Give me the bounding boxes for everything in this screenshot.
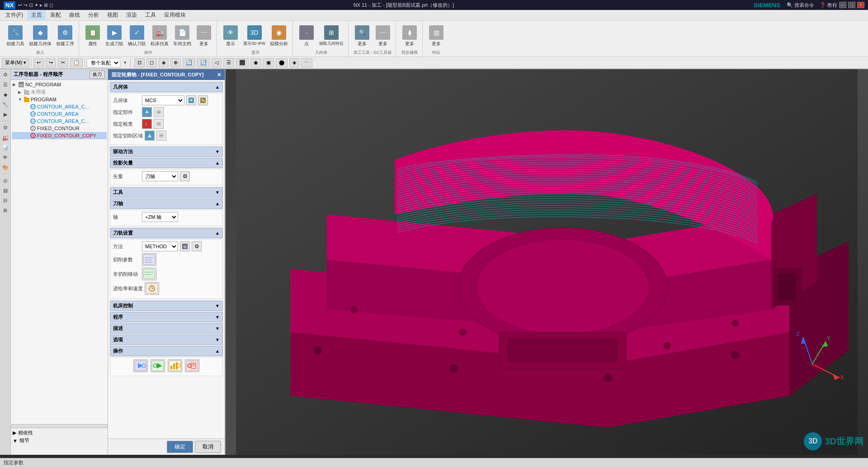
non-cut-btn[interactable]	[142, 268, 156, 280]
specify-cut-btn2[interactable]	[156, 131, 166, 141]
sidebar-geom-icon[interactable]: ◆	[1, 90, 10, 99]
gc-search-btn[interactable]: 🔍 更多	[352, 24, 372, 48]
menu-dropdown-btn[interactable]: 菜单(M) ▾	[2, 58, 29, 67]
menu-analysis[interactable]: 分析	[85, 10, 103, 20]
section-geometry-header[interactable]: 几何体 ▲	[110, 82, 223, 92]
menu-view[interactable]: 视图	[104, 10, 122, 20]
gc-more-btn[interactable]: ⋯ 更多	[373, 24, 393, 48]
sidebar-nav-icon[interactable]: ☰	[1, 80, 10, 89]
display-btn[interactable]: 👁 显示	[221, 24, 241, 48]
sec-icon-14[interactable]: ⋯	[301, 58, 312, 67]
help-btn[interactable]: ❓ 教程	[820, 2, 837, 9]
maximize-btn[interactable]: □	[848, 2, 855, 8]
cut-btn[interactable]: ✂	[58, 58, 68, 67]
quick-access[interactable]: ↩ ↪ ⊡ ✦ ▸ ⊞ ◻	[18, 2, 53, 8]
sec-icon-10[interactable]: ◉	[250, 58, 261, 67]
geometry-select[interactable]: MCS WORKPIECE	[142, 95, 184, 105]
menu-assembly[interactable]: 装配	[47, 10, 65, 20]
section-tool-header[interactable]: 工具 ▼	[110, 187, 223, 198]
specify-part-btn1[interactable]	[142, 107, 152, 117]
sec-icon-3[interactable]: ◈	[159, 58, 169, 67]
sidebar-op-icon[interactable]: ⚙	[1, 123, 10, 132]
dependency-row[interactable]: ▶ 相依性	[13, 429, 106, 437]
op-verify-btn[interactable]	[151, 359, 165, 372]
point-btn[interactable]: · 点	[297, 24, 316, 48]
tree-node-contour3[interactable]: CONTOUR_AREA_C...	[12, 118, 107, 125]
dialog-close-btn[interactable]: ×	[217, 71, 221, 78]
filter-dropdown[interactable]: 整个装配	[87, 58, 120, 67]
shop-doc-btn[interactable]: 📄 车间文档	[171, 24, 193, 48]
sec-icon-7[interactable]: ◁	[212, 58, 222, 67]
detail-row[interactable]: ▼ 细节	[13, 437, 106, 444]
sync-more-btn[interactable]: ⧫ 更多	[400, 24, 420, 48]
sec-icon-2[interactable]: ◻	[146, 58, 157, 67]
expand-program[interactable]: ▼	[18, 97, 23, 102]
create-tool-btn[interactable]: 🔧 创建刀具	[5, 24, 26, 48]
tree-node-contour1[interactable]: CONTOUR_AREA_C...	[12, 103, 107, 110]
expand-detail[interactable]: ▼	[13, 438, 18, 443]
extract-geom-btn[interactable]: ⊞ 抽取几何特征	[317, 24, 345, 47]
section-proj-header[interactable]: 投影矢量 ▲	[110, 158, 223, 168]
specify-cut-btn1[interactable]	[145, 131, 155, 141]
tree-node-contour2[interactable]: CONTOUR_AREA	[12, 110, 107, 118]
section-operation-header[interactable]: 操作 ▲	[110, 346, 223, 356]
create-geom-btn[interactable]: ◆ 创建几何体	[27, 24, 53, 48]
sidebar-settings-icon[interactable]: ⚙	[1, 70, 10, 79]
op-gen-btn[interactable]	[133, 359, 148, 372]
section-axis-header[interactable]: 刀轴 ▲	[110, 198, 223, 209]
verify-btn[interactable]: ✓ 确认刀轨	[126, 24, 148, 48]
sec-icon-8[interactable]: ☰	[223, 58, 234, 67]
section-toolpath-header[interactable]: 刀轨设置 ▲	[110, 228, 223, 238]
menu-file[interactable]: 文件(F)	[2, 10, 27, 20]
sidebar-color-icon[interactable]: 🎨	[1, 163, 10, 172]
sidebar-filter-icon[interactable]: ⊟	[1, 196, 10, 205]
nav-scrollbar[interactable]	[11, 424, 108, 428]
sidebar-view-icon[interactable]: 👁	[1, 153, 10, 162]
method-icon-btn[interactable]: ⚙	[180, 241, 190, 251]
sidebar-layer-icon[interactable]: ▤	[1, 186, 10, 195]
method-settings-btn[interactable]: ⚙	[192, 241, 202, 251]
op-sim-btn[interactable]	[185, 359, 199, 372]
sidebar-tool-icon[interactable]: 🔧	[1, 100, 10, 109]
mold-analysis-btn[interactable]: ◉ 拟模分析	[268, 24, 290, 48]
menu-tools[interactable]: 工具	[142, 10, 160, 20]
ok-btn[interactable]: 确定	[167, 441, 193, 453]
sec-icon-11[interactable]: ▣	[263, 58, 274, 67]
specify-check-btn2[interactable]	[154, 119, 164, 129]
create-op-btn[interactable]: ⚙ 创建工序	[54, 24, 76, 48]
sec-icon-4[interactable]: ⊕	[170, 58, 181, 67]
section-drive-header[interactable]: 驱动方法 ▼	[110, 146, 223, 157]
specify-part-btn2[interactable]	[154, 107, 164, 117]
section-program-header[interactable]: 程序 ▼	[110, 312, 223, 322]
more-op-btn[interactable]: ⋯ 更多	[194, 24, 214, 48]
section-options-header[interactable]: 选项 ▼	[110, 335, 223, 345]
expand-dep[interactable]: ▶	[13, 430, 16, 436]
prop-btn[interactable]: 📋 属性	[83, 24, 103, 48]
display-3d-btn[interactable]: 3D 显示3D IPW	[241, 24, 267, 47]
sidebar-snap-icon[interactable]: ◎	[1, 176, 10, 185]
geometry-select-icon[interactable]	[186, 95, 196, 105]
section-machine-header[interactable]: 机床控制 ▼	[110, 301, 223, 311]
sidebar-analysis-icon[interactable]: 📊	[1, 143, 10, 152]
vector-select[interactable]: 刀轴 指定矢量	[142, 171, 178, 181]
tree-node-fixed1[interactable]: FIXED_CONTOUR	[12, 125, 107, 132]
menu-curve[interactable]: 曲线	[66, 10, 84, 20]
specify-check-btn1[interactable]: !	[142, 119, 152, 129]
tree-node-fixed-copy[interactable]: FIXED_CONTOUR_COPY	[12, 132, 107, 139]
expand-unused[interactable]: ▶	[18, 90, 23, 94]
close-btn[interactable]: ×	[857, 2, 864, 8]
method-select[interactable]: METHOD	[142, 241, 178, 251]
sidebar-method-icon[interactable]: ▶	[1, 110, 10, 119]
search-box[interactable]: 🔍 搜索命令	[787, 2, 814, 9]
tree-node-program[interactable]: ▼ PROGRAM	[12, 96, 107, 103]
change-tool-btn[interactable]: 换刀	[90, 71, 105, 79]
cancel-btn[interactable]: 取消	[195, 441, 221, 453]
sec-icon-5[interactable]: 🔄	[183, 58, 195, 67]
sidebar-mach-icon[interactable]: 🏭	[1, 133, 10, 142]
cut-params-btn[interactable]	[142, 253, 156, 266]
sec-icon-9[interactable]: ⬛	[236, 58, 249, 67]
machine-sim-btn[interactable]: 🏭 机床仿真	[149, 24, 170, 48]
sidebar-ref-icon[interactable]: ⊞	[1, 206, 10, 215]
feat-more-btn[interactable]: ▥ 更多	[426, 24, 446, 48]
menu-home[interactable]: 主页	[28, 10, 46, 20]
